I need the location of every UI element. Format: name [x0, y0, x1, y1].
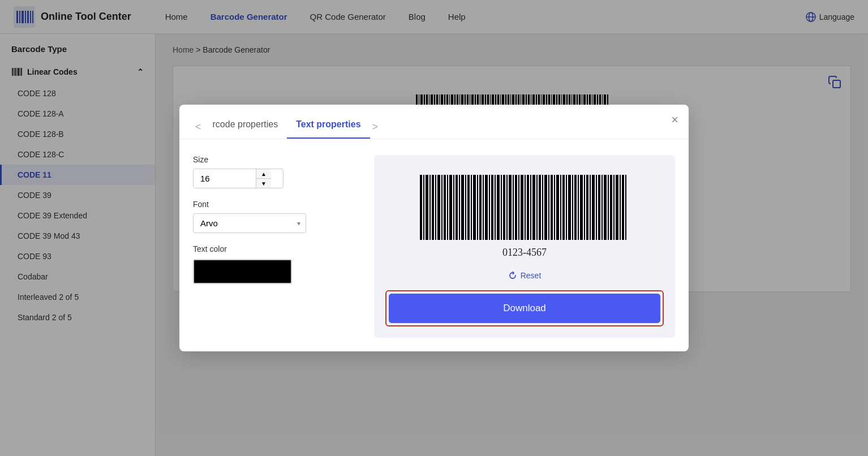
modal-overlay: < rcode properties Text properties > × S…: [0, 0, 868, 456]
reset-button[interactable]: Reset: [508, 271, 542, 280]
svg-rect-108: [456, 175, 458, 240]
svg-rect-131: [525, 175, 526, 240]
svg-text:0123-4567: 0123-4567: [502, 247, 547, 258]
modal-body: Size ▲ ▼ Font Arvo Arial: [179, 139, 689, 351]
svg-rect-135: [536, 175, 538, 240]
size-label: Size: [193, 155, 357, 164]
size-spinners: ▲ ▼: [256, 169, 271, 188]
svg-rect-128: [515, 175, 517, 240]
svg-rect-99: [429, 175, 431, 240]
svg-rect-138: [544, 175, 547, 240]
font-group: Font Arvo Arial Times New Roman Courier …: [193, 200, 357, 233]
tab-text-properties[interactable]: Text properties: [287, 115, 369, 139]
modal: < rcode properties Text properties > × S…: [179, 105, 689, 351]
svg-rect-109: [459, 175, 460, 240]
svg-rect-125: [506, 175, 508, 240]
svg-rect-159: [608, 175, 609, 240]
svg-rect-156: [598, 175, 600, 240]
svg-rect-105: [447, 175, 448, 240]
svg-rect-161: [613, 175, 615, 240]
svg-rect-106: [449, 175, 452, 240]
modal-barcode-svg: 0123-4567: [411, 172, 638, 260]
tab-prev-arrow[interactable]: <: [193, 121, 204, 133]
svg-rect-119: [489, 175, 490, 240]
svg-rect-162: [616, 175, 618, 240]
svg-rect-164: [622, 175, 624, 240]
download-modal-button[interactable]: Download: [389, 294, 660, 323]
svg-rect-165: [625, 175, 626, 240]
font-label: Font: [193, 200, 357, 209]
font-select[interactable]: Arvo Arial Times New Roman Courier Georg…: [193, 213, 306, 233]
svg-rect-107: [453, 175, 454, 240]
svg-rect-118: [485, 175, 488, 240]
svg-rect-155: [596, 175, 597, 240]
svg-rect-120: [491, 175, 493, 240]
svg-rect-112: [467, 175, 470, 240]
svg-rect-163: [620, 175, 621, 240]
svg-rect-150: [580, 175, 583, 240]
svg-rect-127: [513, 175, 514, 240]
svg-rect-122: [497, 175, 500, 240]
size-group: Size ▲ ▼: [193, 155, 357, 188]
svg-rect-137: [542, 175, 543, 240]
svg-rect-154: [592, 175, 595, 240]
svg-rect-113: [471, 175, 472, 240]
svg-rect-124: [503, 175, 505, 240]
svg-rect-100: [432, 175, 434, 240]
size-decrement-button[interactable]: ▼: [256, 179, 271, 188]
modal-barcode-wrap: 0123-4567: [411, 172, 638, 260]
svg-rect-142: [556, 175, 559, 240]
text-color-group: Text color: [193, 244, 357, 284]
svg-rect-103: [441, 175, 442, 240]
svg-rect-153: [590, 175, 591, 240]
svg-rect-140: [551, 175, 553, 240]
svg-rect-158: [604, 175, 607, 240]
svg-rect-152: [586, 175, 588, 240]
svg-rect-145: [566, 175, 567, 240]
svg-rect-96: [420, 175, 422, 240]
svg-rect-157: [601, 175, 603, 240]
svg-rect-149: [578, 175, 579, 240]
reset-label: Reset: [521, 271, 542, 280]
svg-rect-130: [521, 175, 523, 240]
svg-rect-160: [610, 175, 612, 240]
svg-rect-136: [539, 175, 541, 240]
svg-rect-101: [435, 175, 436, 240]
svg-rect-146: [568, 175, 571, 240]
svg-rect-97: [423, 175, 424, 240]
modal-close-button[interactable]: ×: [671, 113, 678, 127]
tab-next-arrow[interactable]: >: [370, 121, 381, 133]
modal-left-panel: Size ▲ ▼ Font Arvo Arial: [193, 155, 374, 338]
svg-rect-144: [562, 175, 565, 240]
size-input-wrap: ▲ ▼: [193, 169, 283, 188]
svg-rect-133: [530, 175, 531, 240]
svg-rect-102: [437, 175, 440, 240]
svg-rect-126: [509, 175, 512, 240]
svg-rect-141: [554, 175, 555, 240]
svg-rect-98: [426, 175, 428, 240]
modal-tabs: < rcode properties Text properties > ×: [179, 105, 689, 139]
svg-rect-132: [527, 175, 529, 240]
size-input[interactable]: [194, 169, 256, 188]
svg-rect-147: [572, 175, 573, 240]
text-color-label: Text color: [193, 244, 357, 253]
size-increment-button[interactable]: ▲: [256, 169, 271, 179]
svg-rect-134: [532, 175, 535, 240]
svg-rect-139: [548, 175, 549, 240]
svg-rect-117: [483, 175, 484, 240]
svg-rect-116: [479, 175, 482, 240]
svg-rect-110: [461, 175, 464, 240]
tab-rcode-properties[interactable]: rcode properties: [204, 115, 287, 139]
modal-right-panel: 0123-4567 Reset Download: [374, 155, 675, 338]
svg-rect-111: [465, 175, 466, 240]
svg-rect-121: [495, 175, 496, 240]
svg-rect-151: [584, 175, 585, 240]
download-btn-wrap: Download: [385, 290, 664, 326]
svg-rect-148: [574, 175, 577, 240]
font-select-wrap: Arvo Arial Times New Roman Courier Georg…: [193, 213, 306, 233]
text-color-swatch[interactable]: [193, 259, 292, 284]
svg-rect-143: [560, 175, 561, 240]
svg-rect-115: [477, 175, 478, 240]
reset-icon: [508, 271, 517, 280]
svg-rect-129: [518, 175, 519, 240]
